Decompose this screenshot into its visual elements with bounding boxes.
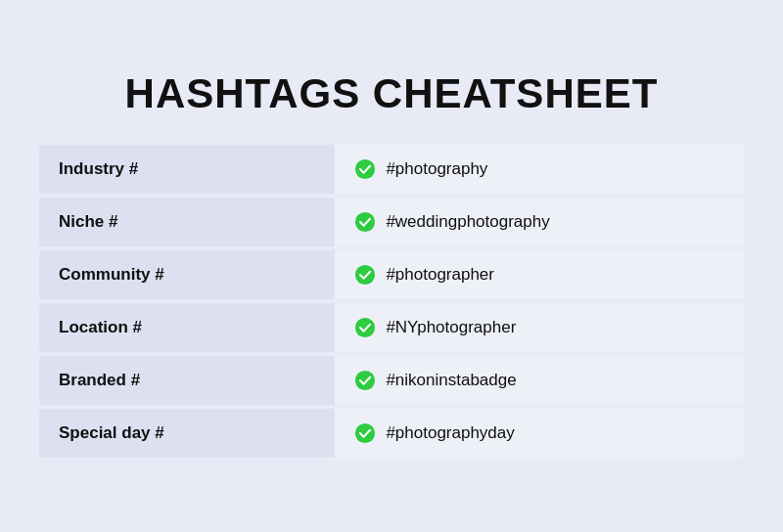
hashtag-text: #NYphotographer — [386, 318, 516, 337]
svg-point-5 — [355, 423, 375, 443]
hashtag-text: #weddingphotography — [386, 212, 549, 232]
page-title: HASHTAGS CHEATSHEET — [125, 70, 659, 117]
hashtag-text: #nikoninstabadge — [386, 371, 516, 390]
hashtag-text: #photographer — [386, 265, 494, 285]
category-label: Industry # — [39, 145, 335, 194]
check-icon — [354, 211, 376, 233]
table-row: Community ##photographer — [39, 250, 744, 299]
svg-point-4 — [355, 371, 375, 390]
hashtag-text: #photography — [386, 159, 487, 179]
category-label: Community # — [39, 250, 335, 299]
hashtag-value: #nikoninstabadge — [335, 356, 744, 405]
svg-point-1 — [355, 212, 375, 232]
hashtag-value: #photographyday — [335, 409, 744, 458]
table-row: Branded ##nikoninstabadge — [39, 356, 744, 405]
category-label: Niche # — [39, 198, 335, 246]
table-row: Industry ##photography — [39, 145, 744, 194]
svg-point-2 — [355, 265, 375, 285]
svg-point-0 — [355, 159, 375, 179]
check-icon — [354, 317, 376, 338]
table-row: Location ##NYphotographer — [39, 303, 744, 352]
table-row: Special day ##photographyday — [39, 409, 744, 458]
hashtag-value: #photographer — [335, 250, 744, 299]
check-icon — [354, 422, 376, 444]
check-icon — [354, 264, 376, 286]
hashtag-value: #photography — [335, 145, 744, 194]
hashtag-value: #weddingphotography — [335, 198, 744, 246]
check-icon — [354, 158, 376, 180]
category-label: Branded # — [39, 356, 335, 405]
table-row: Niche ##weddingphotography — [39, 198, 744, 246]
category-label: Special day # — [39, 409, 335, 458]
svg-point-3 — [355, 318, 375, 337]
check-icon — [354, 370, 376, 391]
hashtag-table: Industry ##photographyNiche ##weddingpho… — [39, 145, 744, 462]
category-label: Location # — [39, 303, 335, 352]
hashtag-value: #NYphotographer — [335, 303, 744, 352]
hashtag-text: #photographyday — [386, 423, 514, 443]
